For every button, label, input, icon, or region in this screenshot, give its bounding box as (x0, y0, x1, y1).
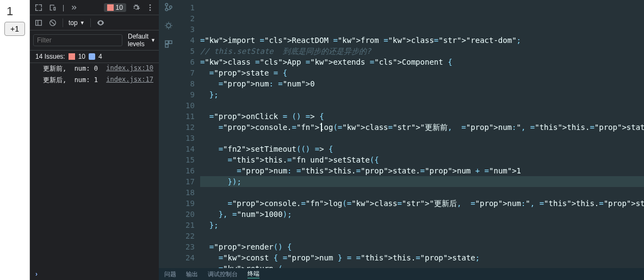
context-selector[interactable]: top ▼ (69, 19, 85, 27)
code-line[interactable]: ="prop">state = { (200, 67, 644, 78)
clear-console-icon[interactable] (48, 18, 57, 27)
code-line[interactable]: ="prop">render() { (200, 241, 644, 252)
message-icon (89, 53, 95, 60)
issues-bar[interactable]: 14 Issues: 10 4 (30, 51, 159, 63)
tab-terminal[interactable]: 终端 (247, 270, 259, 278)
code-line[interactable]: ="kw">import ="cls">ReactDOM ="kw">from … (200, 35, 644, 46)
line-number-gutter: 123456789101112131415161718192021222324 (178, 2, 200, 268)
line-number: 13 (178, 133, 195, 144)
code-line[interactable] (200, 231, 644, 241)
code-line[interactable]: ="kw">class ="cls">App ="kw">extends ="c… (200, 57, 644, 67)
console-log-list: 更新前, num: 0index.jsx:10更新后, num: 1index.… (30, 63, 159, 268)
code-line[interactable]: ="kw">const { ="prop">num } = ="this">th… (200, 252, 644, 263)
svg-point-2 (150, 9, 151, 11)
code-line[interactable]: }; (200, 220, 644, 231)
increment-button[interactable]: +1 (4, 22, 25, 36)
tab-problems[interactable]: 问题 (164, 270, 176, 278)
code-line[interactable]: ="fn2">setTimeout(() => { (200, 144, 644, 154)
kebab-menu-icon[interactable] (146, 3, 154, 12)
log-source-link[interactable]: index.jsx:17 (106, 76, 153, 85)
separator (63, 18, 63, 27)
line-number: 5 (178, 46, 195, 57)
code-line[interactable]: ="prop">console.="fn">log(="kw">class="s… (200, 122, 644, 133)
svg-rect-10 (169, 41, 172, 43)
svg-point-8 (166, 23, 171, 28)
line-number: 7 (178, 67, 195, 78)
svg-rect-11 (165, 45, 168, 47)
devtools-panel: | 10 top ▼ Default levels (30, 0, 159, 280)
tabstrip-separator: | (63, 4, 64, 11)
line-number: 2 (178, 13, 195, 24)
devtools-tabstrip: | 10 (30, 0, 159, 15)
console-prompt[interactable]: › (30, 268, 159, 280)
line-number: 6 (178, 57, 195, 67)
error-icon (69, 53, 75, 60)
code-content[interactable]: ="kw">import ="cls">ReactDOM ="kw">from … (200, 2, 644, 268)
code-line[interactable]: ="this">this.="fn und">setState({ (200, 154, 644, 165)
log-levels-dropdown[interactable]: Default levels ▼ (128, 33, 156, 48)
svg-line-4 (51, 21, 55, 24)
chevron-down-icon: ▼ (151, 38, 156, 43)
source-control-icon[interactable] (164, 2, 174, 12)
code-line[interactable]: }; (200, 89, 644, 100)
issues-label: 14 Issues: (35, 53, 65, 60)
separator (90, 18, 91, 27)
code-line[interactable]: // this.setState 到底是同步的还是异步的? (200, 46, 644, 57)
console-sidebar-toggle-icon[interactable] (34, 18, 43, 27)
line-number: 17 (178, 176, 195, 187)
live-expression-icon[interactable] (96, 18, 105, 27)
line-number: 10 (178, 100, 195, 111)
activity-bar (161, 2, 176, 49)
line-number: 18 (178, 187, 195, 198)
svg-point-7 (169, 6, 172, 9)
line-number: 15 (178, 154, 195, 165)
device-toggle-icon[interactable] (48, 3, 57, 12)
code-area[interactable]: 123456789101112131415161718192021222324 … (159, 0, 644, 268)
text-cursor (321, 123, 322, 132)
log-levels-label: Default levels (128, 33, 148, 48)
svg-point-5 (165, 3, 168, 6)
tab-output[interactable]: 输出 (186, 270, 198, 278)
line-number: 12 (178, 122, 195, 133)
code-line[interactable]: ="prop">onClick = () => { (200, 111, 644, 122)
extensions-icon[interactable] (164, 39, 174, 49)
code-line[interactable] (200, 187, 644, 198)
console-log-entry: 更新前, num: 0index.jsx:10 (30, 63, 159, 74)
code-line[interactable] (200, 100, 644, 111)
log-message: 更新前, num: 0 (43, 64, 106, 73)
error-badge[interactable]: 10 (104, 3, 126, 12)
code-line[interactable]: ="prop">num: ="num">0 (200, 78, 644, 89)
code-line[interactable] (200, 133, 644, 144)
code-line[interactable]: ="kw">return ( (200, 263, 644, 268)
settings-gear-icon[interactable] (132, 3, 140, 12)
svg-rect-9 (165, 41, 168, 43)
tab-debug-console[interactable]: 调试控制台 (208, 270, 238, 278)
line-number: 3 (178, 24, 195, 35)
line-number: 20 (178, 209, 195, 220)
line-number: 23 (178, 241, 195, 252)
code-editor: 123456789101112131415161718192021222324 … (159, 0, 644, 280)
line-number: 19 (178, 198, 195, 209)
issues-message-count: 4 (98, 53, 102, 60)
filter-input[interactable] (33, 34, 122, 46)
code-line[interactable]: ="prop">console.="fn">log(="kw">class="s… (200, 198, 644, 209)
line-number: 4 (178, 35, 195, 46)
svg-point-6 (165, 8, 168, 11)
svg-point-1 (150, 7, 151, 8)
line-number: 1 (178, 2, 195, 13)
line-number: 9 (178, 89, 195, 100)
code-line[interactable]: ="prop">num: ="this">this.="prop">state.… (200, 165, 644, 176)
log-message: 更新后, num: 1 (43, 76, 106, 85)
browser-viewport: 1 +1 (0, 0, 30, 280)
log-source-link[interactable]: index.jsx:10 (106, 64, 153, 73)
console-filter-row: Default levels ▼ (30, 30, 159, 51)
console-log-entry: 更新后, num: 1index.jsx:17 (30, 74, 159, 86)
context-selector-label: top (69, 19, 78, 27)
element-picker-icon[interactable] (34, 3, 43, 12)
debug-icon[interactable] (164, 21, 174, 30)
code-line[interactable]: }); (200, 176, 644, 187)
error-icon (107, 4, 114, 11)
code-line[interactable]: }, ="num">1000); (200, 209, 644, 220)
overflow-tabs-icon[interactable] (70, 3, 78, 12)
line-number: 8 (178, 78, 195, 89)
